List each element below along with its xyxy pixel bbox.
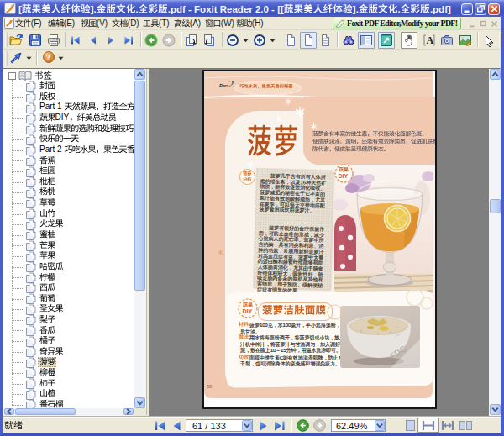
svg-text:(E): (E)	[64, 18, 75, 28]
svg-text:].: ].	[353, 3, 359, 13]
svg-text:(F): (F)	[31, 18, 42, 28]
svg-text:.: .	[398, 3, 401, 13]
svg-text:].: ].	[91, 3, 97, 13]
svg-text:DIY: DIY	[55, 113, 70, 122]
svg-text:.: .	[136, 3, 139, 13]
svg-text:A: A	[427, 34, 434, 46]
svg-text:.pdf]: .pdf]	[430, 3, 451, 13]
svg-text:.pdf - Foxit Reader 2.0 - [[: .pdf - Foxit Reader 2.0 - [[	[168, 3, 284, 13]
svg-text:(V): (V)	[97, 18, 108, 28]
svg-text:?: ?	[46, 53, 50, 62]
svg-text:Part 1: Part 1	[39, 102, 62, 112]
svg-text:(T): (T)	[159, 18, 170, 28]
svg-text:(H): (H)	[252, 18, 264, 28]
svg-text:(W): (W)	[221, 18, 234, 28]
svg-text:(D): (D)	[128, 18, 139, 28]
svg-text:(A): (A)	[190, 18, 201, 28]
svg-text:Part 2: Part 2	[39, 144, 62, 154]
svg-text:[: [	[18, 3, 22, 13]
